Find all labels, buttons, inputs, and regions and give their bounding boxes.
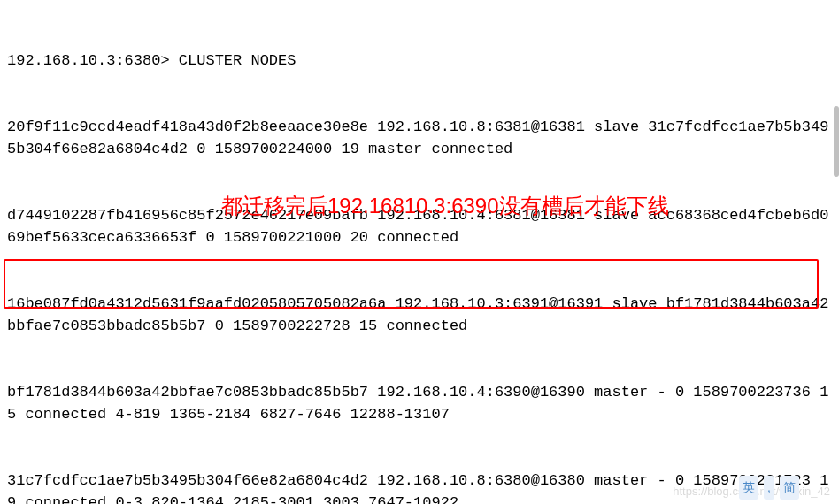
cluster-node-line: d7449102287fb416956c85f2572e46217e09bafb… <box>7 204 832 248</box>
command-line: 192.168.10.3:6380> CLUSTER NODES <box>7 50 832 72</box>
command-text: CLUSTER NODES <box>179 52 296 69</box>
cluster-node-line: bf1781d3844b603a42bbfae7c0853bbadc85b5b7… <box>7 381 832 425</box>
prompt: 192.168.10.3:6380> <box>7 52 179 69</box>
ime-charset[interactable]: 简 <box>780 476 799 500</box>
ime-punct[interactable]: , <box>764 476 774 500</box>
terminal-output: 192.168.10.3:6380> CLUSTER NODES 20f9f11… <box>7 5 832 504</box>
ime-indicator[interactable]: 英 , 简 <box>739 476 799 500</box>
cluster-node-line: 16be087fd0a4312d5631f9aafd0205805705082a… <box>7 293 832 337</box>
ime-lang[interactable]: 英 <box>739 476 758 500</box>
scrollbar[interactable] <box>834 106 839 177</box>
cluster-node-line: 20f9f11c9ccd4eadf418a43d0f2b8eeaace30e8e… <box>7 116 832 160</box>
